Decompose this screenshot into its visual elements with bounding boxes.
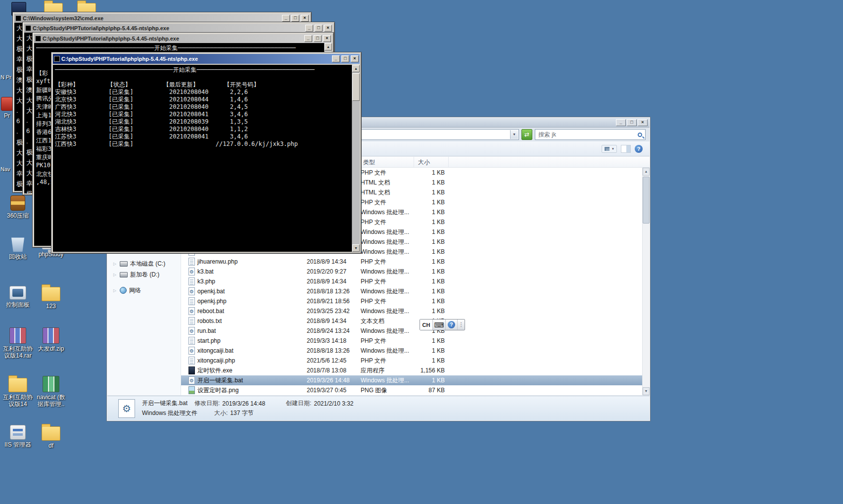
- file-row[interactable]: 设置定时器.png 2019/3/27 0:45 PNG 图像 87 KB: [181, 385, 642, 395]
- scroll-down-icon[interactable]: ▼: [352, 244, 360, 252]
- minimize-button[interactable]: _: [332, 55, 340, 62]
- desktop-icon-image: [1, 97, 13, 111]
- file-row[interactable]: k3.php 2018/8/9 14:34 PHP 文件 1 KB: [181, 276, 642, 286]
- file-date: 2019/3/25 23:42: [303, 308, 359, 315]
- details-created-value: 2021/2/10 3:32: [314, 400, 353, 407]
- help-icon[interactable]: ?: [448, 321, 455, 328]
- file-row[interactable]: xitongcaiji.bat 2018/8/18 13:26 Windows …: [181, 346, 642, 356]
- file-list-scrollbar[interactable]: ▲ ▼: [642, 168, 650, 395]
- maximize-button[interactable]: □: [341, 55, 349, 62]
- titlebar: C:\phpStudy\PHPTutorial\php\php-5.4.45-n…: [24, 24, 333, 33]
- file-row[interactable]: k3.bat 2019/2/20 9:27 Windows 批处理... 1 K…: [181, 267, 642, 276]
- desktop-icon[interactable]: 大发df.zip: [35, 326, 67, 352]
- file-row[interactable]: start.php 2019/3/3 14:18 PHP 文件 1 KB: [181, 336, 642, 346]
- file-icon: [188, 367, 195, 374]
- column-header-size[interactable]: 大小: [414, 157, 449, 167]
- file-name-cell: run.bat: [181, 327, 303, 335]
- minimize-button[interactable]: _: [304, 35, 312, 42]
- expander-icon[interactable]: ▷: [113, 273, 117, 277]
- details-pane: 开启一键采集.bat 修改日期: 2019/3/26 14:48 创建日期: 2…: [107, 396, 650, 420]
- file-size: 1 KB: [414, 179, 449, 186]
- desktop-icon-image: [10, 195, 25, 211]
- file-row[interactable]: run.bat 2018/9/24 13:24 Windows 批处理... 1…: [181, 326, 642, 336]
- nav-icon: [120, 261, 128, 267]
- maximize-button[interactable]: □: [315, 25, 323, 32]
- file-row[interactable]: 定时软件.exe 2018/7/8 13:08 应用程序 1,156 KB: [181, 366, 642, 375]
- scroll-thumb[interactable]: [352, 73, 360, 101]
- minimize-button[interactable]: _: [305, 25, 313, 32]
- file-name: 设置定时器.png: [197, 386, 238, 395]
- desktop-icon[interactable]: IIS 管理器: [2, 423, 34, 448]
- language-indicator[interactable]: CH: [420, 320, 433, 330]
- file-row[interactable]: openkj.bat 2018/8/18 13:26 Windows 批处理..…: [181, 286, 642, 296]
- file-row[interactable]: 开启一键采集.bat 2019/3/26 14:48 Windows 批处理..…: [181, 375, 642, 385]
- keyboard-icon[interactable]: ⌨: [433, 320, 446, 330]
- desktop-icon[interactable]: 回收站: [2, 234, 34, 260]
- scroll-up-icon[interactable]: ▲: [352, 65, 360, 72]
- file-date: 2019/3/27 0:45: [303, 387, 359, 394]
- scroll-thumb[interactable]: [643, 177, 650, 224]
- file-type: Windows 批处理...: [359, 327, 414, 335]
- close-button[interactable]: ×: [638, 119, 648, 126]
- minimize-button[interactable]: _: [282, 15, 290, 22]
- desktop-icon[interactable]: navicat (数据库管理..: [35, 375, 67, 408]
- file-name: robots.txt: [197, 318, 222, 324]
- column-header-type[interactable]: 类型: [359, 157, 414, 167]
- file-name-cell: k3.php: [181, 277, 303, 285]
- file-type: Windows 批处理...: [359, 347, 414, 355]
- file-row[interactable]: openkj.php 2018/9/21 18:56 PHP 文件 1 KB: [181, 296, 642, 306]
- console-line: 北京快3 [已采集] 20210208044 1,4,6: [55, 95, 360, 103]
- window-title: C:\Windows\system32\cmd.exe: [23, 15, 281, 21]
- desktop-icon[interactable]: 互利互助协议版14.rar: [2, 326, 34, 359]
- file-row[interactable]: robots.txt 2018/8/9 14:34 文本文档 1 KB: [181, 316, 642, 326]
- maximize-button[interactable]: □: [627, 119, 637, 126]
- address-dropdown-icon[interactable]: ▼: [510, 130, 518, 139]
- desktop-icon-image: [43, 327, 59, 344]
- nav-item[interactable]: ▷ 本地磁盘 (C:): [113, 259, 165, 269]
- file-size: 1 KB: [414, 357, 449, 364]
- scroll-down-icon[interactable]: ▼: [643, 387, 650, 395]
- file-name: 开启一键采集.bat: [197, 376, 243, 385]
- desktop-icon-image: [8, 378, 27, 392]
- desktop-icon-label: 互利互助协议版14: [2, 394, 34, 408]
- file-row[interactable]: xitongcaiji.php 2021/5/6 12:45 PHP 文件 1 …: [181, 356, 642, 366]
- help-button[interactable]: ?: [635, 145, 643, 153]
- file-date: 2021/5/6 12:45: [303, 357, 359, 364]
- views-icon: [604, 146, 610, 151]
- scrollbar[interactable]: ▲ ▼: [352, 65, 360, 252]
- nav-item[interactable]: ▷ 网络: [113, 285, 141, 295]
- file-name: xitongcaiji.php: [197, 357, 235, 364]
- desktop-icon[interactable]: 互利互助协议版14: [2, 375, 34, 408]
- scroll-up-icon[interactable]: ▲: [325, 43, 332, 50]
- refresh-button[interactable]: ⇄: [521, 129, 532, 140]
- preview-pane-button[interactable]: [621, 145, 631, 153]
- desktop-icon[interactable]: df: [35, 423, 67, 449]
- file-size: 1 KB: [414, 199, 449, 206]
- close-button[interactable]: ×: [351, 55, 359, 62]
- search-input[interactable]: 搜索 jk: [535, 129, 646, 140]
- file-icon: [188, 277, 195, 285]
- file-row[interactable]: jihuarenwu.php 2018/8/9 14:34 PHP 文件 1 K…: [181, 257, 642, 267]
- file-icon: [188, 258, 195, 266]
- search-icon[interactable]: [638, 133, 642, 137]
- file-name-cell: reboot.bat: [181, 307, 303, 315]
- close-button[interactable]: ×: [324, 25, 332, 32]
- desktop-icon[interactable]: 控制面板: [2, 284, 34, 308]
- file-type: Windows 批处理...: [359, 228, 414, 236]
- close-button[interactable]: ×: [301, 15, 309, 22]
- maximize-button[interactable]: □: [291, 15, 299, 22]
- close-button[interactable]: ×: [323, 35, 331, 42]
- views-button[interactable]: ▼: [602, 145, 617, 153]
- options-menu-icon[interactable]: ⋮: [458, 320, 465, 330]
- expander-icon[interactable]: ▷: [113, 262, 117, 266]
- desktop-icon[interactable]: 123: [35, 284, 67, 310]
- console-icon: [54, 56, 60, 62]
- expander-icon[interactable]: ▷: [113, 288, 117, 293]
- desktop-icon[interactable]: 360压缩: [2, 193, 34, 219]
- maximize-button[interactable]: □: [314, 35, 322, 42]
- nav-item[interactable]: ▷ 新加卷 (D:): [113, 270, 159, 279]
- file-name-cell: 设置定时器.png: [181, 386, 303, 395]
- file-row[interactable]: reboot.bat 2019/3/25 23:42 Windows 批处理..…: [181, 306, 642, 316]
- scroll-up-icon[interactable]: ▲: [643, 168, 650, 176]
- minimize-button[interactable]: _: [616, 119, 626, 126]
